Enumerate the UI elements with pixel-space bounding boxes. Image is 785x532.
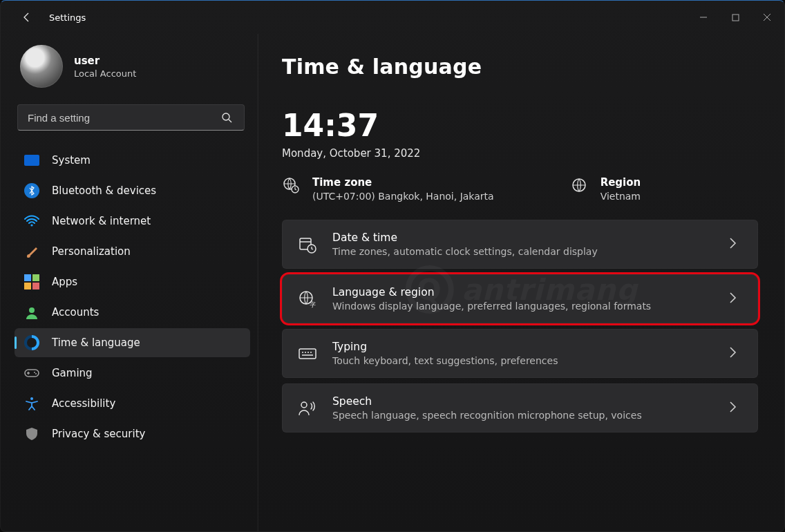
card-language-region[interactable]: 字 Language & region Windows display lang… — [282, 274, 758, 323]
globe-icon — [570, 176, 588, 194]
sidebar-item-label: Apps — [52, 276, 77, 288]
speech-icon — [298, 399, 317, 418]
card-title: Date & time — [332, 231, 713, 244]
card-typing[interactable]: Typing Touch keyboard, text suggestions,… — [282, 329, 758, 378]
keyboard-icon — [298, 344, 317, 363]
card-speech[interactable]: Speech Speech language, speech recogniti… — [282, 383, 758, 433]
monitor-icon — [24, 153, 39, 168]
svg-point-3 — [29, 307, 35, 313]
timezone-value: (UTC+07:00) Bangkok, Hanoi, Jakarta — [312, 191, 494, 202]
card-subtitle: Speech language, speech recognition micr… — [332, 410, 713, 421]
svg-point-1 — [223, 113, 229, 120]
card-title: Language & region — [332, 286, 713, 298]
timezone-summary[interactable]: Time zone (UTC+07:00) Bangkok, Hanoi, Ja… — [282, 176, 494, 202]
close-icon — [763, 13, 771, 21]
paintbrush-icon — [24, 244, 39, 259]
chevron-right-icon — [728, 401, 742, 416]
profile-name: user — [74, 55, 136, 67]
card-date-time[interactable]: Date & time Time zones, automatic clock … — [282, 220, 758, 269]
close-button[interactable] — [751, 1, 783, 34]
profile-block[interactable]: user Local Account — [15, 45, 257, 100]
svg-point-6 — [35, 373, 37, 374]
arrow-left-icon — [21, 12, 32, 23]
sidebar-item-label: Bluetooth & devices — [52, 184, 156, 197]
chevron-right-icon — [728, 237, 742, 252]
clock-globe-icon — [24, 335, 39, 350]
card-title: Speech — [332, 395, 713, 408]
globe-clock-icon — [282, 176, 300, 194]
bluetooth-icon — [24, 183, 39, 198]
sidebar-item-system[interactable]: System — [15, 146, 250, 175]
timezone-label: Time zone — [312, 176, 494, 189]
region-summary[interactable]: Region Vietnam — [570, 176, 641, 202]
sidebar-item-accessibility[interactable]: Accessibility — [15, 389, 250, 418]
sidebar-item-time-language[interactable]: Time & language — [15, 328, 250, 357]
sidebar-item-accounts[interactable]: Accounts — [15, 298, 250, 327]
svg-point-5 — [34, 372, 35, 373]
maximize-icon — [732, 14, 739, 21]
search-icon — [217, 104, 236, 131]
main-panel: Q antrimang Time & language 14:37 Monday… — [258, 34, 784, 531]
svg-point-7 — [30, 397, 33, 400]
sidebar-nav: System Bluetooth & devices Network & int… — [15, 146, 257, 448]
sidebar: user Local Account System Bluetooth & de… — [1, 34, 258, 531]
avatar — [20, 45, 63, 88]
current-time: 14:37 — [282, 108, 758, 143]
settings-window: Settings user Local Account — [0, 0, 785, 532]
svg-rect-15 — [299, 349, 316, 359]
sidebar-item-network[interactable]: Network & internet — [15, 207, 250, 236]
sidebar-item-label: Gaming — [52, 367, 93, 379]
sidebar-item-label: Accounts — [52, 306, 99, 319]
svg-point-16 — [301, 402, 307, 408]
maximize-button[interactable] — [719, 1, 751, 34]
card-subtitle: Touch keyboard, text suggestions, prefer… — [332, 355, 713, 366]
apps-icon — [24, 274, 39, 289]
svg-point-2 — [30, 224, 32, 226]
search-input[interactable] — [17, 104, 245, 131]
back-button[interactable] — [16, 6, 38, 28]
settings-cards: Date & time Time zones, automatic clock … — [282, 220, 758, 433]
sidebar-item-label: Personalization — [52, 245, 131, 258]
shield-icon — [24, 426, 39, 441]
sidebar-item-gaming[interactable]: Gaming — [15, 359, 250, 388]
region-label: Region — [600, 176, 641, 189]
gamepad-icon — [24, 365, 39, 381]
card-subtitle: Time zones, automatic clock settings, ca… — [332, 246, 713, 257]
accessibility-icon — [24, 396, 39, 411]
sidebar-item-label: Privacy & security — [52, 428, 145, 440]
minimize-button[interactable] — [688, 1, 719, 34]
sidebar-item-label: Time & language — [52, 336, 140, 349]
title-bar: Settings — [1, 1, 784, 34]
person-icon — [24, 305, 39, 320]
search-box — [17, 104, 245, 131]
sidebar-item-privacy[interactable]: Privacy & security — [15, 419, 250, 448]
chevron-right-icon — [728, 346, 742, 361]
minimize-icon — [699, 13, 708, 21]
sidebar-item-personalization[interactable]: Personalization — [15, 237, 250, 266]
profile-subtitle: Local Account — [74, 68, 136, 79]
language-icon: 字 — [298, 289, 317, 309]
card-subtitle: Windows display language, preferred lang… — [332, 301, 713, 312]
summary-row: Time zone (UTC+07:00) Bangkok, Hanoi, Ja… — [282, 176, 758, 202]
sidebar-item-label: System — [52, 154, 91, 167]
card-title: Typing — [332, 341, 713, 353]
svg-text:字: 字 — [310, 301, 316, 308]
current-date: Monday, October 31, 2022 — [282, 147, 758, 160]
calendar-clock-icon — [298, 235, 317, 254]
sidebar-item-label: Accessibility — [52, 397, 115, 410]
wifi-icon — [24, 213, 39, 229]
window-body: user Local Account System Bluetooth & de… — [1, 34, 784, 531]
sidebar-item-label: Network & internet — [52, 215, 151, 227]
region-value: Vietnam — [600, 191, 641, 202]
chevron-right-icon — [728, 292, 742, 307]
window-title: Settings — [49, 12, 86, 23]
sidebar-item-bluetooth[interactable]: Bluetooth & devices — [15, 176, 250, 205]
window-controls — [688, 1, 783, 34]
sidebar-item-apps[interactable]: Apps — [15, 267, 250, 296]
svg-rect-0 — [732, 15, 739, 21]
page-title: Time & language — [282, 55, 758, 79]
